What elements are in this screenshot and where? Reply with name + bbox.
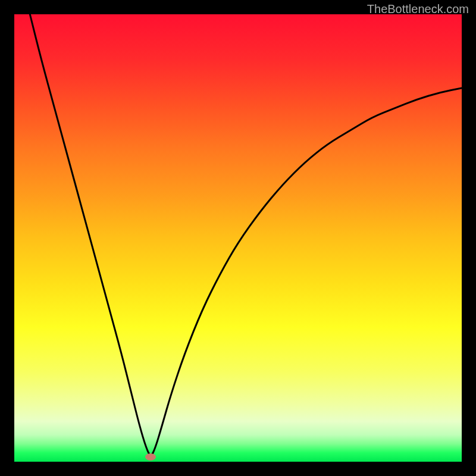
attribution-text: TheBottleneck.com [367,2,469,16]
chart-plot-area [14,14,462,462]
optimal-point-marker [145,453,156,461]
